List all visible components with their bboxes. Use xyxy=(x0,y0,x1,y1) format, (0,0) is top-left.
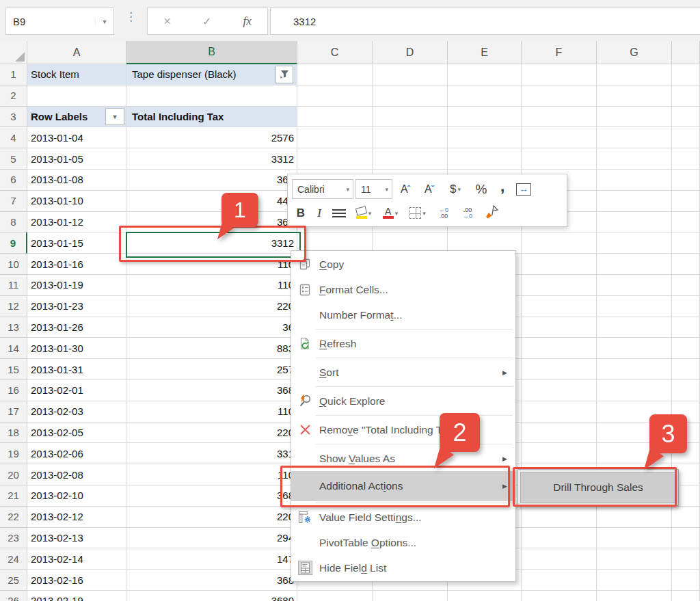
empty-cell[interactable] xyxy=(597,107,672,128)
cell-a4[interactable]: 2013-01-04 xyxy=(27,127,126,148)
insert-function-icon[interactable]: fx xyxy=(243,14,252,28)
empty-cell[interactable] xyxy=(597,191,672,212)
empty-cell[interactable] xyxy=(672,528,700,549)
empty-cell[interactable] xyxy=(672,232,700,254)
row-header-15[interactable]: 15 xyxy=(0,359,27,380)
menu-item-quick-explore[interactable]: Quick Explore xyxy=(291,388,515,414)
percent-style-button[interactable]: % xyxy=(470,180,492,199)
italic-button[interactable]: I xyxy=(312,204,327,223)
enter-icon[interactable]: ✓ xyxy=(202,15,211,28)
menu-item-refresh[interactable]: Refresh xyxy=(291,331,515,356)
menu-item-pivottable-options[interactable]: PivotTable Options... xyxy=(291,530,515,555)
empty-cell[interactable] xyxy=(597,212,672,233)
decrease-decimal-button[interactable]: ←0 .00 xyxy=(433,204,455,223)
borders-lines-button[interactable] xyxy=(329,204,349,223)
cell-b24[interactable]: 147 xyxy=(126,548,297,570)
row-labels-dropdown-button[interactable]: ▾ xyxy=(105,108,124,125)
cell-b21[interactable]: 368 xyxy=(126,485,297,507)
row-header-1[interactable]: 1 xyxy=(0,64,27,85)
cell-b17[interactable]: 110 xyxy=(126,401,297,423)
grow-font-button[interactable]: Aˆ xyxy=(394,180,416,199)
name-box[interactable]: B9 ▾ xyxy=(5,8,114,35)
shrink-font-button[interactable]: Aˇ xyxy=(418,180,440,199)
empty-cell[interactable] xyxy=(522,401,597,423)
cell-a2[interactable] xyxy=(27,85,126,107)
cell-b19[interactable]: 331 xyxy=(126,443,297,464)
increase-decimal-button[interactable]: .00 →0 xyxy=(457,204,479,223)
empty-cell[interactable] xyxy=(597,380,672,401)
row-header-25[interactable]: 25 xyxy=(0,570,27,591)
column-header-g[interactable]: G xyxy=(597,41,672,64)
empty-cell[interactable] xyxy=(522,591,597,601)
select-all-corner[interactable] xyxy=(0,41,27,64)
cancel-icon[interactable]: × xyxy=(163,14,171,29)
accounting-format-button[interactable]: $▾ xyxy=(442,180,468,199)
border-style-button[interactable]: ▾ xyxy=(405,204,431,223)
row-header-23[interactable]: 23 xyxy=(0,528,27,549)
chevron-down-icon[interactable]: ▾ xyxy=(346,186,353,193)
empty-cell[interactable] xyxy=(297,64,373,85)
menu-item-format-cells[interactable]: Format Cells... xyxy=(291,277,515,302)
empty-cell[interactable] xyxy=(672,548,700,570)
empty-cell[interactable] xyxy=(522,85,597,107)
empty-cell[interactable] xyxy=(597,507,672,528)
empty-cell[interactable] xyxy=(597,570,672,591)
cell-a16[interactable]: 2013-02-01 xyxy=(27,380,126,401)
chevron-down-icon[interactable]: ▾ xyxy=(457,186,461,193)
empty-cell[interactable] xyxy=(672,148,700,170)
row-header-12[interactable]: 12 xyxy=(0,296,27,317)
empty-cell[interactable] xyxy=(522,507,597,528)
empty-cell[interactable] xyxy=(297,85,373,107)
cell-b18[interactable]: 220 xyxy=(126,423,297,444)
menu-item-copy[interactable]: Copy xyxy=(291,252,515,277)
cell-a7[interactable]: 2013-01-10 xyxy=(27,191,126,212)
row-header-20[interactable]: 20 xyxy=(0,464,27,485)
empty-cell[interactable] xyxy=(672,296,700,317)
empty-cell[interactable] xyxy=(672,170,700,191)
empty-cell[interactable] xyxy=(672,380,700,401)
empty-cell[interactable] xyxy=(448,148,522,170)
cell-a12[interactable]: 2013-01-23 xyxy=(27,296,126,317)
row-header-10[interactable]: 10 xyxy=(0,254,27,275)
empty-cell[interactable] xyxy=(672,127,700,148)
empty-cell[interactable] xyxy=(672,338,700,359)
empty-cell[interactable] xyxy=(522,296,597,317)
empty-cell[interactable] xyxy=(672,570,700,591)
empty-cell[interactable] xyxy=(672,254,700,275)
row-header-7[interactable]: 7 xyxy=(0,191,27,212)
empty-cell[interactable] xyxy=(522,423,597,444)
row-header-19[interactable]: 19 xyxy=(0,443,27,464)
row-header-18[interactable]: 18 xyxy=(0,423,27,444)
empty-cell[interactable] xyxy=(522,232,597,254)
cell-a15[interactable]: 2013-01-31 xyxy=(27,359,126,380)
cell-a18[interactable]: 2013-02-05 xyxy=(27,423,126,444)
empty-cell[interactable] xyxy=(297,591,373,601)
cell-b13[interactable]: 36 xyxy=(126,317,297,338)
cell-b15[interactable]: 257 xyxy=(126,359,297,380)
empty-cell[interactable] xyxy=(672,359,700,380)
row-header-24[interactable]: 24 xyxy=(0,548,27,570)
column-header-e[interactable]: E xyxy=(448,41,522,64)
empty-cell[interactable] xyxy=(448,107,522,128)
empty-cell[interactable] xyxy=(373,64,448,85)
row-header-22[interactable]: 22 xyxy=(0,507,27,528)
cell-a6[interactable]: 2013-01-08 xyxy=(27,170,126,191)
cell-a14[interactable]: 2013-01-30 xyxy=(27,338,126,359)
empty-cell[interactable] xyxy=(522,64,597,85)
empty-cell[interactable] xyxy=(373,148,448,170)
cell-a8[interactable]: 2013-01-12 xyxy=(27,212,126,233)
empty-cell[interactable] xyxy=(672,212,700,233)
empty-cell[interactable] xyxy=(373,591,448,601)
cell-b11[interactable]: 110 xyxy=(126,275,297,296)
chevron-down-icon[interactable]: ▾ xyxy=(422,210,426,217)
empty-cell[interactable] xyxy=(522,570,597,591)
cell-a23[interactable]: 2013-02-13 xyxy=(27,528,126,549)
empty-cell[interactable] xyxy=(297,127,373,148)
empty-cell[interactable] xyxy=(672,85,700,107)
empty-cell[interactable] xyxy=(448,591,522,601)
cell-b1[interactable]: Tape dispenser (Black) xyxy=(126,64,297,85)
column-header-partial[interactable] xyxy=(672,41,700,64)
empty-cell[interactable] xyxy=(672,64,700,85)
cell-a19[interactable]: 2013-02-06 xyxy=(27,443,126,464)
empty-cell[interactable] xyxy=(448,127,522,148)
